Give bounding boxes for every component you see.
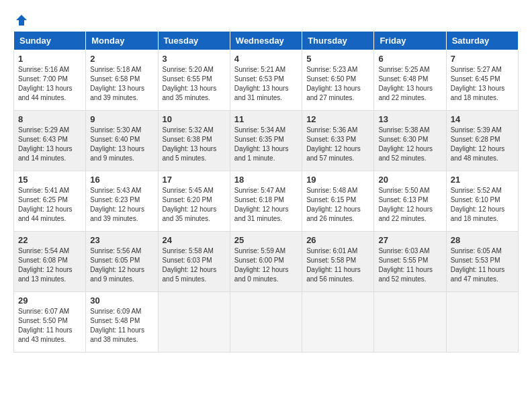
calendar-cell: 13Sunrise: 5:38 AM Sunset: 6:30 PM Dayli… — [374, 111, 446, 171]
day-number: 19 — [306, 175, 369, 185]
day-info: Sunrise: 5:23 AM Sunset: 6:50 PM Dayligh… — [306, 65, 369, 103]
day-number: 29 — [18, 295, 81, 306]
day-info: Sunrise: 5:58 AM Sunset: 6:03 PM Dayligh… — [163, 246, 226, 284]
day-info: Sunrise: 5:56 AM Sunset: 6:05 PM Dayligh… — [90, 246, 153, 284]
day-number: 28 — [451, 235, 514, 245]
calendar-cell: 5Sunrise: 5:23 AM Sunset: 6:50 PM Daylig… — [302, 50, 374, 111]
calendar-header-row: SundayMondayTuesdayWednesdayThursdayFrid… — [14, 32, 519, 50]
calendar-cell: 20Sunrise: 5:50 AM Sunset: 6:13 PM Dayli… — [374, 171, 446, 232]
calendar-cell: 10Sunrise: 5:32 AM Sunset: 6:38 PM Dayli… — [158, 111, 230, 171]
day-info: Sunrise: 5:48 AM Sunset: 6:15 PM Dayligh… — [306, 186, 369, 224]
day-number: 4 — [234, 54, 298, 64]
day-number: 5 — [306, 54, 369, 64]
day-info: Sunrise: 6:01 AM Sunset: 5:58 PM Dayligh… — [306, 246, 369, 284]
day-number: 12 — [306, 114, 369, 124]
day-number: 22 — [18, 235, 81, 245]
calendar-cell: 23Sunrise: 5:56 AM Sunset: 6:05 PM Dayli… — [86, 232, 158, 292]
day-info: Sunrise: 5:16 AM Sunset: 7:00 PM Dayligh… — [18, 65, 81, 103]
calendar-cell: 17Sunrise: 5:45 AM Sunset: 6:20 PM Dayli… — [158, 171, 230, 232]
calendar-cell: 30Sunrise: 6:09 AM Sunset: 5:48 PM Dayli… — [86, 292, 158, 353]
calendar-cell: 21Sunrise: 5:52 AM Sunset: 6:10 PM Dayli… — [446, 171, 518, 232]
day-info: Sunrise: 6:03 AM Sunset: 5:55 PM Dayligh… — [378, 246, 441, 284]
day-number: 10 — [163, 114, 226, 124]
day-info: Sunrise: 5:20 AM Sunset: 6:55 PM Dayligh… — [163, 65, 226, 103]
day-info: Sunrise: 5:27 AM Sunset: 6:45 PM Dayligh… — [451, 65, 514, 103]
weekday-header: Wednesday — [230, 32, 302, 50]
day-number: 17 — [163, 175, 226, 185]
day-number: 18 — [234, 175, 298, 185]
calendar-cell: 4Sunrise: 5:21 AM Sunset: 6:53 PM Daylig… — [230, 50, 302, 111]
calendar-cell: 3Sunrise: 5:20 AM Sunset: 6:55 PM Daylig… — [158, 50, 230, 111]
day-number: 1 — [18, 54, 81, 64]
day-info: Sunrise: 5:41 AM Sunset: 6:25 PM Dayligh… — [18, 186, 81, 224]
calendar-week-row: 15Sunrise: 5:41 AM Sunset: 6:25 PM Dayli… — [14, 171, 519, 232]
calendar-cell — [446, 292, 518, 353]
day-number: 24 — [163, 235, 226, 245]
calendar-cell — [374, 292, 446, 353]
day-number: 14 — [451, 114, 514, 124]
weekday-header: Sunday — [14, 32, 86, 50]
calendar-cell: 12Sunrise: 5:36 AM Sunset: 6:33 PM Dayli… — [302, 111, 374, 171]
calendar-cell: 24Sunrise: 5:58 AM Sunset: 6:03 PM Dayli… — [158, 232, 230, 292]
calendar-cell: 14Sunrise: 5:39 AM Sunset: 6:28 PM Dayli… — [446, 111, 518, 171]
calendar-cell: 16Sunrise: 5:43 AM Sunset: 6:23 PM Dayli… — [86, 171, 158, 232]
weekday-header: Saturday — [446, 32, 518, 50]
calendar-cell: 22Sunrise: 5:54 AM Sunset: 6:08 PM Dayli… — [14, 232, 86, 292]
calendar-cell: 29Sunrise: 6:07 AM Sunset: 5:50 PM Dayli… — [14, 292, 86, 353]
day-number: 16 — [90, 175, 153, 185]
weekday-header: Friday — [374, 32, 446, 50]
day-number: 20 — [378, 175, 441, 185]
day-info: Sunrise: 5:54 AM Sunset: 6:08 PM Dayligh… — [18, 246, 81, 284]
day-number: 15 — [18, 175, 81, 185]
day-info: Sunrise: 5:43 AM Sunset: 6:23 PM Dayligh… — [90, 186, 153, 224]
day-info: Sunrise: 5:39 AM Sunset: 6:28 PM Dayligh… — [451, 126, 514, 163]
day-number: 8 — [18, 114, 81, 124]
day-info: Sunrise: 5:29 AM Sunset: 6:43 PM Dayligh… — [18, 126, 81, 163]
day-info: Sunrise: 5:18 AM Sunset: 6:58 PM Dayligh… — [90, 65, 153, 103]
weekday-header: Tuesday — [158, 32, 230, 50]
day-number: 9 — [90, 114, 153, 124]
day-number: 21 — [451, 175, 514, 185]
calendar-week-row: 29Sunrise: 6:07 AM Sunset: 5:50 PM Dayli… — [14, 292, 519, 353]
day-info: Sunrise: 5:30 AM Sunset: 6:40 PM Dayligh… — [90, 126, 153, 163]
calendar-cell: 15Sunrise: 5:41 AM Sunset: 6:25 PM Dayli… — [14, 171, 86, 232]
day-info: Sunrise: 5:36 AM Sunset: 6:33 PM Dayligh… — [306, 126, 369, 163]
calendar-cell: 9Sunrise: 5:30 AM Sunset: 6:40 PM Daylig… — [86, 111, 158, 171]
day-info: Sunrise: 6:05 AM Sunset: 5:53 PM Dayligh… — [451, 246, 514, 284]
calendar-cell: 27Sunrise: 6:03 AM Sunset: 5:55 PM Dayli… — [374, 232, 446, 292]
calendar-cell — [302, 292, 374, 353]
day-info: Sunrise: 5:47 AM Sunset: 6:18 PM Dayligh… — [234, 186, 298, 224]
day-info: Sunrise: 6:07 AM Sunset: 5:50 PM Dayligh… — [18, 307, 81, 345]
day-info: Sunrise: 5:59 AM Sunset: 6:00 PM Dayligh… — [234, 246, 298, 284]
calendar-week-row: 8Sunrise: 5:29 AM Sunset: 6:43 PM Daylig… — [14, 111, 519, 171]
weekday-header: Monday — [86, 32, 158, 50]
day-number: 11 — [234, 114, 298, 124]
svg-marker-0 — [16, 15, 27, 26]
page-header — [13, 13, 519, 24]
calendar-cell: 1Sunrise: 5:16 AM Sunset: 7:00 PM Daylig… — [14, 50, 86, 111]
logo — [13, 13, 28, 24]
day-info: Sunrise: 5:32 AM Sunset: 6:38 PM Dayligh… — [163, 126, 226, 163]
day-info: Sunrise: 5:21 AM Sunset: 6:53 PM Dayligh… — [234, 65, 298, 103]
day-number: 30 — [90, 295, 153, 306]
day-info: Sunrise: 5:50 AM Sunset: 6:13 PM Dayligh… — [378, 186, 441, 224]
calendar-week-row: 22Sunrise: 5:54 AM Sunset: 6:08 PM Dayli… — [14, 232, 519, 292]
calendar-cell: 25Sunrise: 5:59 AM Sunset: 6:00 PM Dayli… — [230, 232, 302, 292]
day-info: Sunrise: 6:09 AM Sunset: 5:48 PM Dayligh… — [90, 307, 153, 345]
day-number: 7 — [451, 54, 514, 64]
calendar-cell: 2Sunrise: 5:18 AM Sunset: 6:58 PM Daylig… — [86, 50, 158, 111]
day-info: Sunrise: 5:34 AM Sunset: 6:35 PM Dayligh… — [234, 126, 298, 163]
day-number: 26 — [306, 235, 369, 245]
logo-icon — [15, 13, 28, 27]
day-info: Sunrise: 5:25 AM Sunset: 6:48 PM Dayligh… — [378, 65, 441, 103]
calendar-cell — [158, 292, 230, 353]
calendar-cell: 26Sunrise: 6:01 AM Sunset: 5:58 PM Dayli… — [302, 232, 374, 292]
day-number: 2 — [90, 54, 153, 64]
calendar-cell: 8Sunrise: 5:29 AM Sunset: 6:43 PM Daylig… — [14, 111, 86, 171]
calendar-cell: 7Sunrise: 5:27 AM Sunset: 6:45 PM Daylig… — [446, 50, 518, 111]
calendar-cell: 11Sunrise: 5:34 AM Sunset: 6:35 PM Dayli… — [230, 111, 302, 171]
day-number: 13 — [378, 114, 441, 124]
day-info: Sunrise: 5:52 AM Sunset: 6:10 PM Dayligh… — [451, 186, 514, 224]
day-number: 3 — [163, 54, 226, 64]
day-number: 27 — [378, 235, 441, 245]
